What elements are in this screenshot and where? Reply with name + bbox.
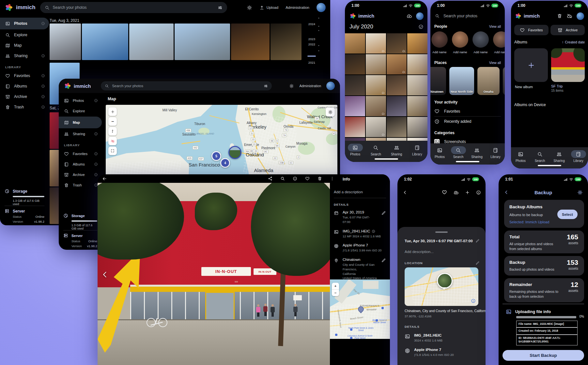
place-item[interactable]: Omaha [477,67,500,95]
theme-toggle-icon[interactable] [247,5,252,10]
start-backup-button[interactable]: Start Backup [503,350,584,361]
back-chevron-icon[interactable] [403,190,408,195]
nav-tab-sharing[interactable]: Sharing [468,146,486,159]
photo-thumbnail[interactable] [387,33,407,54]
photo-thumbnail[interactable] [82,24,128,60]
sidebar-item-archive[interactable]: Archive [0,92,49,102]
activity-item-favorites[interactable]: Favorites [434,106,501,117]
info-icon[interactable] [41,105,45,109]
sidebar-item-albums[interactable]: Albums [59,159,102,169]
info-icon[interactable] [476,190,481,195]
map-hide-markers-button[interactable] [108,137,117,145]
description-input[interactable]: Add description... [405,250,434,254]
user-avatar[interactable] [577,12,584,20]
photo-thumbnail[interactable] [366,33,386,54]
person-face-item[interactable]: Add name [472,31,489,57]
photo-thumbnail[interactable] [50,24,81,60]
info-icon[interactable] [41,84,45,88]
detail-date-row[interactable]: Apr 30, 2019 Tue, 6:07 PM GMT-07:00 [330,210,390,229]
map-fullscreen-button[interactable] [108,147,117,155]
administration-link[interactable]: Administration [299,84,321,88]
sidebar-item-favorites[interactable]: Favorites [59,149,102,159]
nav-tab-photos[interactable]: Photos [431,146,449,159]
place-item[interactable]: Pi [503,67,505,95]
home-indicator[interactable] [375,158,398,160]
sidebar-item-trash[interactable]: Trash [0,102,49,112]
photo-thumbnail[interactable] [387,117,407,137]
person-face-item[interactable]: Add name [452,31,468,57]
nav-tab-library[interactable]: Library [487,146,505,159]
sidebar-item-photos[interactable]: Photos [0,18,49,29]
nav-tab-search[interactable]: Search [367,144,385,156]
nav-tab-search[interactable]: Search [531,150,549,163]
info-icon[interactable] [293,176,297,181]
info-icon[interactable] [471,298,476,303]
administration-link[interactable]: Administration [286,6,309,9]
map-cluster-marker[interactable]: 5 [211,151,221,161]
info-icon[interactable] [94,152,98,156]
settings-gear-icon[interactable] [577,190,583,195]
sidebar-item-trash[interactable]: Trash [59,180,102,190]
add-name-label[interactable]: Add name [493,50,505,54]
sidebar-item-sharing[interactable]: Sharing [0,51,49,61]
photo-thumbnail[interactable] [407,96,427,116]
map-compass-button[interactable] [108,127,117,135]
nav-tab-sharing[interactable]: Sharing [387,144,406,156]
map-settings-button[interactable] [326,107,335,117]
edit-date-icon[interactable] [475,239,480,243]
place-item[interactable]: Near North Side [449,67,474,95]
info-icon[interactable] [94,173,98,177]
location-map[interactable]: FISHERMAN'SWHARFPier 45Beach StreetLeave… [330,279,390,339]
select-all-check-icon[interactable] [418,24,424,29]
search-input[interactable]: Search your photos [101,81,272,90]
photo-thumbnail[interactable] [345,96,365,116]
search-input[interactable]: Search your photos [40,2,227,13]
back-icon[interactable] [102,176,107,181]
previous-photo-chevron-icon[interactable] [101,270,109,279]
new-album-tile[interactable] [514,48,548,82]
sidebar-item-explore[interactable]: Explore [59,106,102,116]
nav-tab-library[interactable]: Library [569,150,588,163]
filter-icon[interactable] [218,5,223,10]
upload-button[interactable]: Upload [259,5,278,10]
album-tile-sf-trip[interactable] [551,48,585,82]
photo-thumbnail[interactable] [366,54,386,74]
people-view-all[interactable]: View all [489,24,501,28]
info-icon[interactable] [41,22,45,25]
person-face-item[interactable]: Add name [493,31,505,57]
info-icon[interactable] [41,95,45,99]
photo-thumbnail[interactable] [366,96,386,116]
info-icon[interactable] [41,74,45,78]
photo-thumbnail[interactable] [271,24,302,60]
person-face-item[interactable]: Add name [431,31,448,57]
photo-thumbnail[interactable] [407,33,427,54]
info-icon[interactable] [41,54,45,58]
user-avatar[interactable] [416,12,424,20]
edit-location-icon[interactable] [381,258,386,263]
immich-logo[interactable]: immich [64,82,91,89]
map-photo-marker[interactable] [437,273,453,289]
share-icon[interactable] [268,176,272,181]
map-zoom-out-button[interactable]: − [108,117,117,126]
edit-location-icon[interactable] [475,261,480,265]
user-avatar[interactable] [317,3,326,12]
more-options-icon[interactable] [330,176,334,181]
trash-icon[interactable] [557,13,562,19]
edit-date-icon[interactable] [381,211,386,215]
photo-thumbnail[interactable] [345,54,365,74]
map-photo-marker[interactable] [228,146,241,159]
add-name-label[interactable]: Add name [452,50,468,54]
places-view-all[interactable]: View all [489,61,501,65]
photo-thumbnail[interactable] [345,75,365,95]
delete-icon[interactable] [317,176,322,181]
photo-thumbnail[interactable] [387,96,407,116]
file-info-icon[interactable] [372,230,375,233]
sheet-drag-handle[interactable] [435,231,448,233]
search-input[interactable]: Search your photos [435,12,501,20]
favorite-icon[interactable] [442,190,447,195]
sort-button[interactable]: ↑ Created date [562,40,585,44]
photo-thumbnail[interactable] [231,24,270,60]
nav-tab-sharing[interactable]: Sharing [550,150,568,163]
location-map[interactable] [405,267,478,306]
nav-tab-search[interactable]: Search [449,146,468,159]
